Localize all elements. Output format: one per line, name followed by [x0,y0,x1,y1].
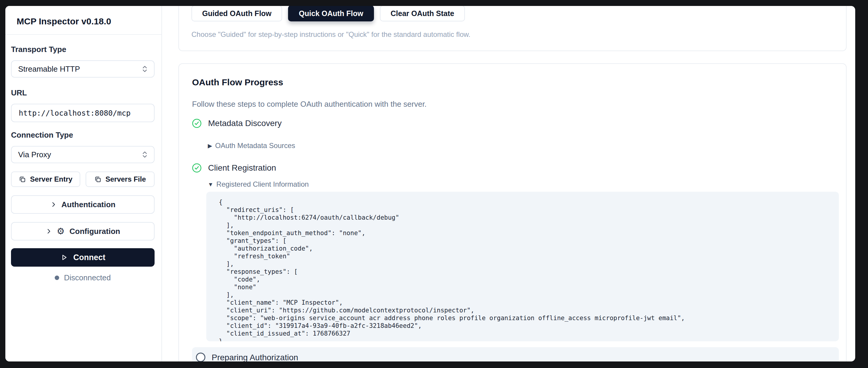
chevron-right-icon [50,201,57,208]
step-label: Client Registration [208,163,276,173]
connection-type-select[interactable]: Via Proxy [11,146,155,163]
code-line: } [219,337,830,341]
code-line: "none" [219,283,830,291]
server-entry-label: Server Entry [30,175,72,183]
transport-type-value: Streamable HTTP [18,64,80,74]
registered-client-info-disclosure[interactable]: ▼ Registered Client Information [208,180,839,189]
step-metadata-discovery: Metadata Discovery [192,117,839,129]
clear-oauth-state-button[interactable]: Clear OAuth State [380,6,465,22]
chevron-up-down-icon [142,150,148,159]
code-line: ], [219,291,830,299]
disclosure-label: OAuth Metadata Sources [215,142,295,150]
disclosure-label: Registered Client Information [216,180,309,188]
transport-type-label: Transport Type [11,45,155,54]
triangle-down-icon: ▼ [208,182,213,187]
connection-type-value: Via Proxy [18,150,51,159]
pending-circle-icon [195,352,206,362]
main-content: Guided OAuth Flow Quick OAuth Flow Clear… [162,6,855,362]
connect-button[interactable]: Connect [11,248,155,267]
triangle-right-icon: ▶ [208,143,212,149]
progress-subtitle: Follow these steps to complete OAuth aut… [192,99,839,109]
gear-icon: ⚙ [57,227,65,236]
oauth-progress-card: OAuth Flow Progress Follow these steps t… [178,63,846,362]
code-line: "token_endpoint_auth_method": "none", [219,229,830,237]
connection-status: Disconnected [11,273,155,282]
copy-icon [94,176,101,183]
step-preparing-authorization: Preparing Authorization [192,347,839,362]
oauth-mode-hint: Choose "Guided" for step-by-step instruc… [191,30,846,39]
copy-icon [19,176,26,183]
authentication-label: Authentication [62,200,116,209]
step-label: Metadata Discovery [208,119,281,128]
check-circle-icon [192,119,202,128]
status-text: Disconnected [64,273,111,282]
chevron-up-down-icon [142,65,148,73]
step-client-registration: Client Registration [192,162,839,174]
transport-type-select[interactable]: Streamable HTTP [11,60,155,78]
configuration-toggle[interactable]: ⚙ Configuration [11,222,155,241]
code-line: "http://localhost:6274/oauth/callback/de… [219,214,830,221]
code-line: "client_id_issued_at": 1768766327 [219,330,830,337]
status-dot-icon [55,276,59,280]
guided-oauth-flow-button[interactable]: Guided OAuth Flow [191,6,282,22]
app-window: MCP Inspector v0.18.0 Transport Type Str… [5,6,855,362]
servers-file-label: Servers File [105,175,146,183]
step-label: Preparing Authorization [212,353,298,362]
code-line: "code", [219,276,830,283]
registered-client-json[interactable]: { "redirect_uris": [ "http://localhost:6… [206,192,839,341]
code-line: "refresh_token" [219,252,830,260]
code-line: "client_name": "MCP Inspector", [219,299,830,306]
play-icon [60,253,68,261]
app-title: MCP Inspector v0.18.0 [5,6,161,35]
check-circle-icon [192,163,202,173]
code-line: "scope": "web-origins service_account ac… [219,314,830,322]
code-line: "client_uri": "https://github.com/modelc… [219,306,830,314]
code-line: "redirect_uris": [ [219,206,830,214]
code-line: ], [219,260,830,268]
code-line: "response_types": [ [219,268,830,276]
code-line: { [219,198,830,206]
code-line: "authorization_code", [219,245,830,252]
server-entry-button[interactable]: Server Entry [11,172,80,187]
chevron-right-icon [45,228,52,235]
configuration-label: Configuration [69,227,120,236]
url-input[interactable]: http://localhost:8080/mcp [11,104,155,122]
code-line: "grant_types": [ [219,237,830,245]
oauth-toolbar-card: Guided OAuth Flow Quick OAuth Flow Clear… [178,6,846,51]
url-label: URL [11,88,155,97]
connect-label: Connect [73,253,105,262]
authentication-toggle[interactable]: Authentication [11,195,155,214]
quick-oauth-flow-button[interactable]: Quick OAuth Flow [288,6,374,22]
servers-file-button[interactable]: Servers File [86,172,155,187]
progress-title: OAuth Flow Progress [192,77,839,88]
connection-type-label: Connection Type [11,130,155,140]
oauth-metadata-sources-disclosure[interactable]: ▶ OAuth Metadata Sources [208,141,839,150]
code-line: "client_id": "319917a4-93a9-40fb-a2fc-32… [219,322,830,330]
sidebar: MCP Inspector v0.18.0 Transport Type Str… [5,6,162,362]
code-line: ], [219,221,830,229]
